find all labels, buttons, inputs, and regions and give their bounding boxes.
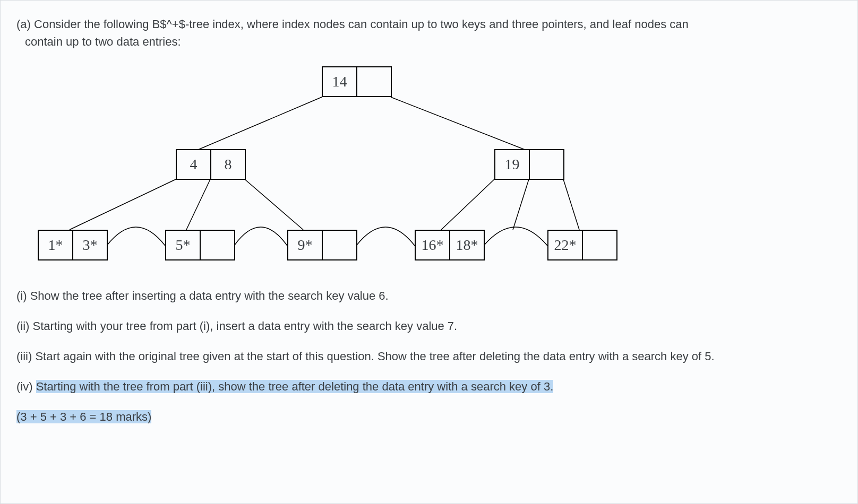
subpart-iv-highlighted: Starting with the tree from part (iii), … [36, 380, 554, 393]
subpart-iv: (iv) Starting with the tree from part (i… [16, 378, 842, 395]
tree-leaf-node: 9* [287, 230, 357, 260]
node-cell: 3* [72, 230, 108, 260]
node-cell: 19 [494, 149, 530, 180]
question-page: (a) Consider the following B$^+$-tree in… [0, 0, 858, 504]
tree-leaf-node: 1* 3* [38, 230, 108, 260]
node-cell: 5* [165, 230, 201, 260]
bplus-tree-diagram: 14 4 8 19 1* 3* 5* 9* 16* 18* [32, 60, 616, 272]
marks-line: (3 + 5 + 3 + 6 = 18 marks) [16, 408, 842, 425]
tree-inner-node: 4 8 [176, 149, 246, 180]
tree-leaf-node: 22* [547, 230, 617, 260]
node-cell: 22* [547, 230, 583, 260]
part-label: (a) [16, 18, 31, 31]
subpart-iv-prefix: (iv) [16, 380, 36, 393]
intro-text-2: contain up to two data entries: [16, 33, 842, 50]
node-cell: 16* [415, 230, 450, 260]
question-intro: (a) Consider the following B$^+$-tree in… [16, 15, 842, 33]
node-cell: 8 [210, 149, 246, 180]
subpart-ii: (ii) Starting with your tree from part (… [16, 317, 842, 335]
tree-leaf-node: 5* [165, 230, 235, 260]
node-cell [356, 66, 392, 97]
subpart-iii: (iii) Start again with the original tree… [16, 347, 842, 365]
node-cell: 4 [176, 149, 211, 180]
node-cell: 9* [287, 230, 323, 260]
svg-line-3 [186, 179, 210, 230]
node-cell [582, 230, 617, 260]
node-cell [529, 149, 564, 180]
node-cell [200, 230, 235, 260]
intro-text-1: Consider the following B$^+$-tree index,… [34, 18, 689, 31]
marks-highlighted: (3 + 5 + 3 + 6 = 18 marks) [16, 410, 151, 423]
subparts-list: (i) Show the tree after inserting a data… [16, 287, 842, 425]
tree-root-node: 14 [322, 66, 392, 97]
node-cell: 14 [322, 66, 357, 97]
tree-inner-node: 19 [494, 149, 564, 180]
tree-leaf-node: 16* 18* [415, 230, 485, 260]
subpart-i: (i) Show the tree after inserting a data… [16, 287, 842, 305]
svg-line-1 [391, 97, 526, 150]
node-cell: 18* [449, 230, 485, 260]
node-cell [322, 230, 357, 260]
svg-line-5 [441, 179, 494, 230]
svg-line-2 [70, 179, 176, 230]
node-cell: 1* [38, 230, 73, 260]
svg-line-6 [513, 179, 529, 230]
svg-line-7 [563, 179, 579, 230]
svg-line-0 [197, 97, 322, 150]
svg-line-4 [245, 179, 303, 230]
